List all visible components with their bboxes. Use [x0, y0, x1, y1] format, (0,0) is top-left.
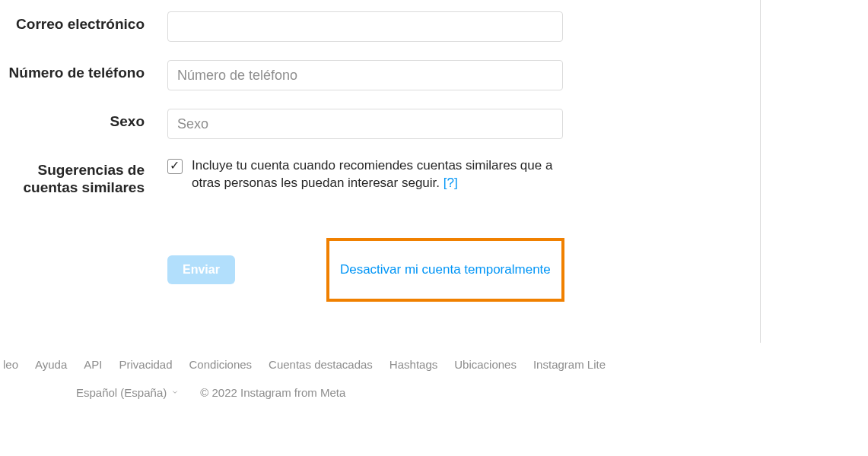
phone-row: Número de teléfono	[0, 60, 760, 90]
gender-field-col	[167, 109, 571, 139]
email-field-col	[167, 11, 571, 42]
actions-row: Enviar Desactivar mi cuenta temporalment…	[167, 238, 571, 302]
email-label: Correo electrónico	[0, 11, 167, 33]
email-input[interactable]	[167, 11, 563, 42]
suggestions-label: Sugerencias de cuentas similares	[0, 157, 167, 197]
suggestions-text: Incluye tu cuenta cuando recomiendes cue…	[192, 157, 571, 192]
help-icon[interactable]: [?]	[444, 176, 458, 190]
footer-link[interactable]: API	[84, 358, 102, 371]
footer-link[interactable]: Cuentas destacadas	[269, 358, 373, 371]
chevron-down-icon	[171, 388, 179, 396]
footer-link[interactable]: Ayuda	[35, 358, 67, 371]
language-label: Español (España)	[76, 386, 167, 399]
language-selector[interactable]: Español (España)	[76, 386, 179, 399]
copyright: © 2022 Instagram from Meta	[200, 386, 345, 399]
phone-label: Número de teléfono	[0, 60, 167, 82]
footer-link[interactable]: Hashtags	[389, 358, 437, 371]
phone-input[interactable]	[167, 60, 563, 90]
footer-bottom: Español (España) © 2022 Instagram from M…	[0, 386, 868, 399]
gender-input[interactable]	[167, 109, 563, 139]
suggestions-row: Sugerencias de cuentas similares Incluye…	[0, 157, 760, 302]
settings-panel: Correo electrónico Número de teléfono Se…	[0, 0, 761, 343]
suggestions-description: Incluye tu cuenta cuando recomiendes cue…	[192, 158, 552, 190]
gender-row: Sexo	[0, 109, 760, 139]
footer-link[interactable]: leo	[3, 358, 18, 371]
submit-button[interactable]: Enviar	[167, 255, 235, 284]
gender-label: Sexo	[0, 109, 167, 131]
footer-link[interactable]: Ubicaciones	[454, 358, 517, 371]
footer-link[interactable]: Condiciones	[189, 358, 253, 371]
footer: leo Ayuda API Privacidad Condiciones Cue…	[0, 343, 868, 414]
phone-field-col	[167, 60, 571, 90]
suggestions-check-row: Incluye tu cuenta cuando recomiendes cue…	[167, 157, 571, 192]
footer-links: leo Ayuda API Privacidad Condiciones Cue…	[0, 358, 868, 371]
footer-link[interactable]: Privacidad	[119, 358, 172, 371]
suggestions-field-col: Incluye tu cuenta cuando recomiendes cue…	[167, 157, 571, 302]
email-row: Correo electrónico	[0, 11, 760, 42]
deactivate-account-link[interactable]: Desactivar mi cuenta temporalmente	[340, 262, 551, 277]
footer-link[interactable]: Instagram Lite	[533, 358, 606, 371]
deactivate-highlight: Desactivar mi cuenta temporalmente	[326, 238, 564, 302]
suggestions-checkbox[interactable]	[167, 159, 183, 174]
